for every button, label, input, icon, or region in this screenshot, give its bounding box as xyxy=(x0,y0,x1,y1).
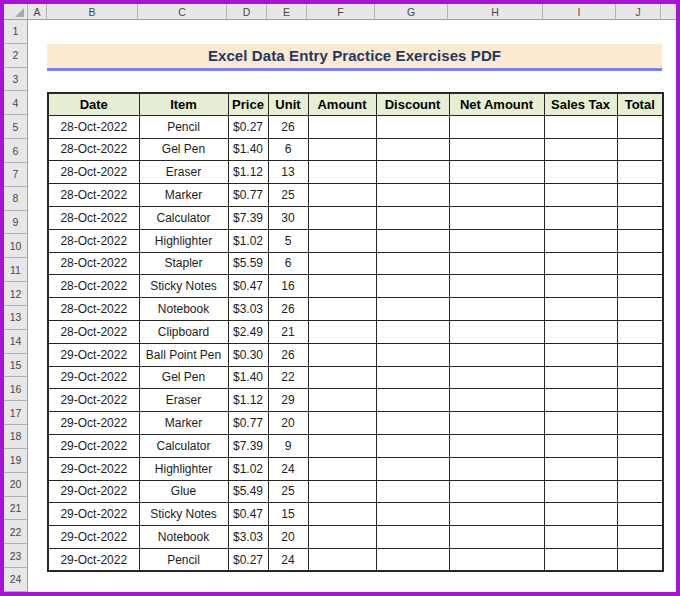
cell[interactable] xyxy=(376,184,449,207)
cell[interactable] xyxy=(308,503,376,526)
cell[interactable] xyxy=(544,389,617,412)
header-cell-discount[interactable]: Discount xyxy=(376,93,449,116)
cell[interactable] xyxy=(308,206,376,229)
cell[interactable] xyxy=(308,366,376,389)
cell[interactable]: 29-Oct-2022 xyxy=(48,412,139,435)
cell[interactable] xyxy=(449,434,544,457)
cell[interactable]: Calculator xyxy=(139,206,228,229)
cell[interactable]: 28-Oct-2022 xyxy=(48,138,139,161)
cell[interactable] xyxy=(376,480,449,503)
cell[interactable]: 24 xyxy=(268,457,308,480)
cell[interactable]: 21 xyxy=(268,320,308,343)
row-header-5[interactable]: 5 xyxy=(4,115,27,139)
cell[interactable]: $2.49 xyxy=(228,320,268,343)
column-header-E[interactable]: E xyxy=(267,4,307,19)
cell[interactable]: 29 xyxy=(268,389,308,412)
cell[interactable]: 24 xyxy=(268,548,308,571)
cell[interactable]: $0.27 xyxy=(228,548,268,571)
cell[interactable] xyxy=(449,115,544,138)
cell[interactable]: Eraser xyxy=(139,389,228,412)
cell[interactable] xyxy=(308,457,376,480)
cell[interactable]: Gel Pen xyxy=(139,366,228,389)
cell[interactable]: 29-Oct-2022 xyxy=(48,457,139,480)
cell[interactable] xyxy=(376,412,449,435)
cell[interactable]: 30 xyxy=(268,206,308,229)
cell[interactable] xyxy=(449,526,544,549)
cell[interactable] xyxy=(449,457,544,480)
cell[interactable] xyxy=(376,252,449,275)
cell[interactable] xyxy=(449,503,544,526)
column-header-J[interactable]: J xyxy=(616,4,661,19)
cell[interactable]: Gel Pen xyxy=(139,138,228,161)
cell[interactable] xyxy=(617,503,663,526)
cell[interactable]: 29-Oct-2022 xyxy=(48,434,139,457)
cell[interactable] xyxy=(617,138,663,161)
cell[interactable]: 26 xyxy=(268,298,308,321)
cell[interactable] xyxy=(544,412,617,435)
header-cell-sales-tax[interactable]: Sales Tax xyxy=(544,93,617,116)
cell[interactable] xyxy=(617,389,663,412)
cell[interactable]: Pencil xyxy=(139,548,228,571)
row-header-19[interactable]: 19 xyxy=(4,449,27,473)
cell[interactable]: Calculator xyxy=(139,434,228,457)
cell[interactable]: $0.30 xyxy=(228,343,268,366)
cell[interactable]: 28-Oct-2022 xyxy=(48,275,139,298)
cell[interactable] xyxy=(376,503,449,526)
cell[interactable] xyxy=(617,526,663,549)
cell[interactable]: Notebook xyxy=(139,298,228,321)
header-cell-total[interactable]: Total xyxy=(617,93,663,116)
cell[interactable]: 29-Oct-2022 xyxy=(48,526,139,549)
column-header-G[interactable]: G xyxy=(375,4,448,19)
cell[interactable] xyxy=(308,434,376,457)
column-header-D[interactable]: D xyxy=(227,4,267,19)
cell[interactable] xyxy=(544,434,617,457)
column-header-C[interactable]: C xyxy=(138,4,227,19)
cell[interactable]: $1.12 xyxy=(228,161,268,184)
row-header-21[interactable]: 21 xyxy=(4,497,27,521)
cell[interactable]: Highlighter xyxy=(139,457,228,480)
header-cell-net-amount[interactable]: Net Amount xyxy=(449,93,544,116)
cell[interactable] xyxy=(449,206,544,229)
cell[interactable]: 25 xyxy=(268,184,308,207)
cell[interactable] xyxy=(617,252,663,275)
row-header-4[interactable]: 4 xyxy=(4,91,27,115)
cell[interactable]: $3.03 xyxy=(228,526,268,549)
cell[interactable] xyxy=(544,252,617,275)
cell[interactable] xyxy=(449,161,544,184)
cell[interactable]: $1.40 xyxy=(228,366,268,389)
row-header-12[interactable]: 12 xyxy=(4,282,27,306)
select-all-button[interactable] xyxy=(4,4,28,19)
cell[interactable] xyxy=(544,115,617,138)
cell[interactable]: 20 xyxy=(268,412,308,435)
cell[interactable] xyxy=(617,434,663,457)
cell[interactable] xyxy=(449,275,544,298)
cell[interactable] xyxy=(376,434,449,457)
cell[interactable]: Sticky Notes xyxy=(139,275,228,298)
cell[interactable]: 15 xyxy=(268,503,308,526)
cell[interactable] xyxy=(308,412,376,435)
cell[interactable]: $1.12 xyxy=(228,389,268,412)
cell[interactable] xyxy=(544,343,617,366)
cell[interactable] xyxy=(308,320,376,343)
column-header-F[interactable]: F xyxy=(307,4,375,19)
cell[interactable] xyxy=(376,161,449,184)
cell[interactable]: 29-Oct-2022 xyxy=(48,503,139,526)
cell[interactable] xyxy=(308,115,376,138)
cell[interactable] xyxy=(308,161,376,184)
cell[interactable] xyxy=(617,480,663,503)
cell[interactable]: 26 xyxy=(268,343,308,366)
cell[interactable] xyxy=(376,115,449,138)
cell[interactable]: 28-Oct-2022 xyxy=(48,252,139,275)
cell[interactable] xyxy=(376,320,449,343)
row-header-2[interactable]: 2 xyxy=(4,44,27,68)
cell[interactable]: 29-Oct-2022 xyxy=(48,366,139,389)
column-header-A[interactable]: A xyxy=(28,4,47,19)
row-header-8[interactable]: 8 xyxy=(4,187,27,211)
cell[interactable] xyxy=(449,184,544,207)
row-header-11[interactable]: 11 xyxy=(4,258,27,282)
cell[interactable]: Clipboard xyxy=(139,320,228,343)
cell[interactable] xyxy=(617,275,663,298)
cell[interactable] xyxy=(617,206,663,229)
cell[interactable]: Stapler xyxy=(139,252,228,275)
cell[interactable]: 28-Oct-2022 xyxy=(48,206,139,229)
